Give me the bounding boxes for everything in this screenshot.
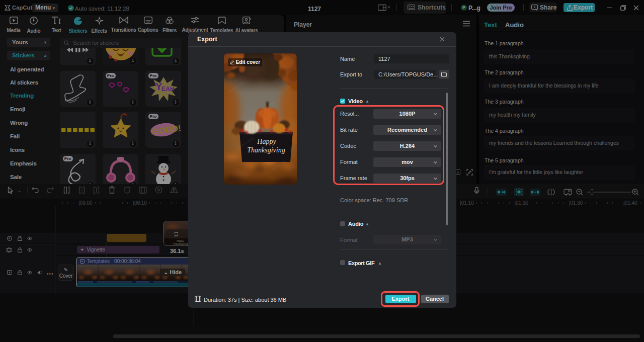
svg-text:Happy: Happy — [257, 138, 276, 145]
svg-text:Thanksgiving: Thanksgiving — [247, 146, 285, 154]
